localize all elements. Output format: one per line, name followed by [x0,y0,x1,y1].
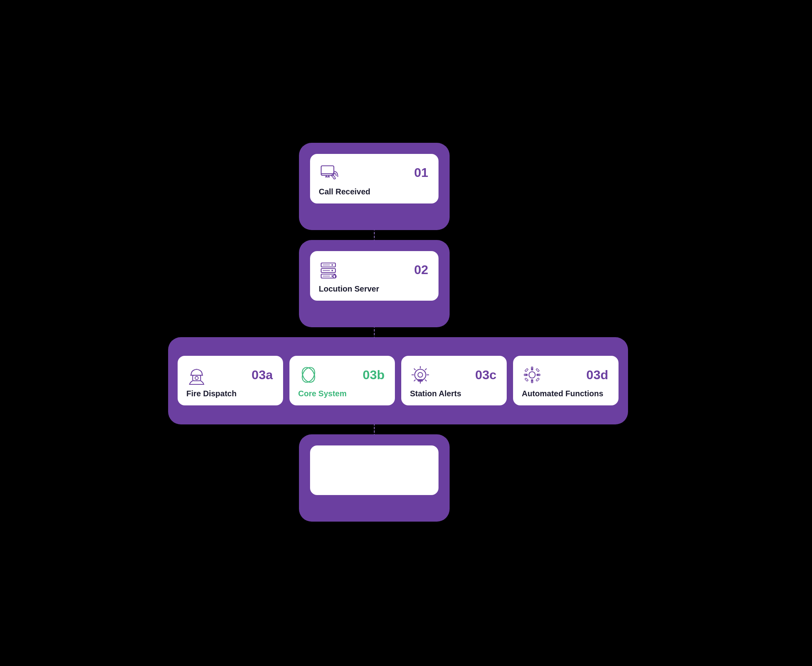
svg-line-28 [425,369,427,370]
card-02: 02 Locution Server [310,251,439,301]
card-04: 04 Units Respond [310,445,439,495]
alert-icon [410,365,431,385]
svg-point-50 [323,468,324,470]
svg-line-53 [331,457,332,458]
card-03a-number: 03a [252,368,273,382]
card-04-number: 04 [414,457,428,472]
card-03c: 03c Station Alerts [401,356,507,405]
svg-rect-39 [536,378,539,381]
svg-line-27 [425,380,427,381]
svg-rect-38 [525,378,528,381]
card-03b-label: Core System [298,389,385,398]
card-03d-header: 03d [522,365,608,385]
svg-rect-16 [193,375,201,381]
svg-line-26 [414,369,416,370]
svg-rect-37 [536,369,539,372]
svg-point-21 [418,372,423,377]
svg-point-51 [333,468,334,470]
card-03c-label: Station Alerts [410,389,496,398]
card-02-label: Locution Server [319,284,428,294]
card-03c-number: 03c [475,368,496,382]
card-03a: 03a Fire Dispatch [178,356,283,405]
svg-point-19 [300,365,317,385]
svg-rect-36 [525,369,528,372]
card-04-header: 04 [319,454,428,475]
group-02: 02 Locution Server [299,240,450,327]
card-03b-header: 03b [298,365,385,385]
phone-icon [319,163,339,183]
group-04: 04 Units Respond [299,434,450,522]
firefighter-icon [186,365,207,385]
card-03a-label: Fire Dispatch [186,389,273,398]
group-03: 03a Fire Dispatch 03b Core System [168,337,628,424]
card-01-header: 01 [319,163,428,183]
core-icon [298,365,319,385]
svg-point-8 [331,264,333,266]
svg-point-9 [331,270,333,271]
svg-point-17 [195,376,198,380]
card-03d-number: 03d [586,368,608,382]
firetruck-icon [319,454,339,475]
server-icon [319,260,339,280]
diagram-container: 01 Call Received [168,143,644,524]
card-03d-label: Automated Functions [522,389,608,398]
svg-point-20 [415,369,426,380]
card-01-label: Call Received [319,187,428,196]
card-02-header: 02 [319,260,428,280]
card-03d: 03d Automated Functions [513,356,619,405]
svg-rect-52 [332,459,334,460]
card-01-number: 01 [414,165,428,180]
card-03c-header: 03c [410,365,496,385]
card-03a-header: 03a [186,365,273,385]
card-03b: 03b Core System [289,356,395,405]
gear-icon [522,365,542,385]
svg-line-29 [414,380,416,381]
card-01: 01 Call Received [310,154,439,203]
card-04-label: Units Respond [319,479,428,488]
group-01: 01 Call Received [299,143,450,230]
card-03b-number: 03b [363,368,385,382]
svg-line-54 [334,457,335,458]
card-02-number: 02 [414,263,428,277]
svg-point-31 [529,372,535,378]
